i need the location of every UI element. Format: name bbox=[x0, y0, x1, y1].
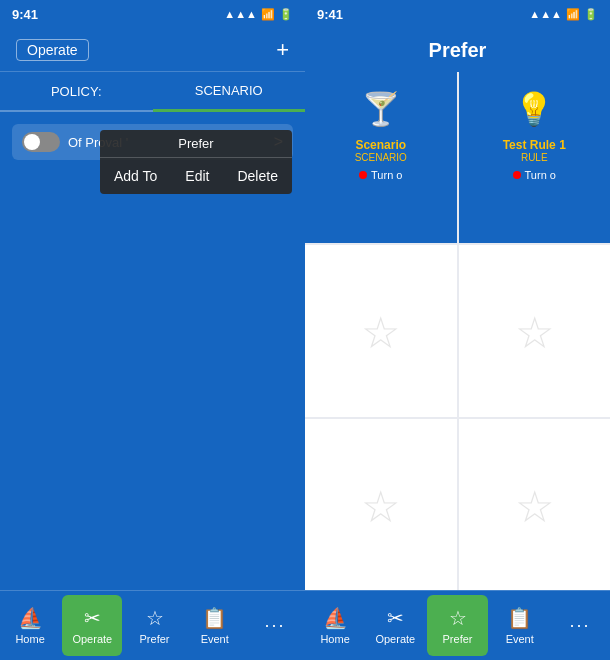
empty-star-icon-1: ☆ bbox=[515, 307, 554, 358]
tab-scenario[interactable]: SCENARIO bbox=[153, 72, 306, 112]
testrule-status-text: Turn o bbox=[525, 169, 556, 181]
nav-operate-label-right: Operate bbox=[375, 633, 415, 645]
right-signal-icon: ▲▲▲ bbox=[529, 8, 562, 20]
scenario-status: Turn o bbox=[359, 169, 402, 181]
scenario-icon: 🍸 bbox=[356, 84, 406, 134]
left-time: 9:41 bbox=[12, 7, 38, 22]
scenario-status-text: Turn o bbox=[371, 169, 402, 181]
home-icon-right: ⛵ bbox=[323, 606, 348, 630]
operate-icon-right: ✂ bbox=[387, 606, 404, 630]
left-panel: 9:41 ▲▲▲ 📶 🔋 Operate + POLICY: SCENARIO … bbox=[0, 0, 305, 660]
context-menu-items: Add To Edit Delete bbox=[100, 158, 292, 194]
tab-policy[interactable]: POLICY: bbox=[0, 72, 153, 110]
context-prefer-label: Prefer bbox=[100, 130, 292, 158]
scenario-type: SCENARIO bbox=[355, 152, 407, 163]
right-time: 9:41 bbox=[317, 7, 343, 22]
delete-button[interactable]: Delete bbox=[223, 158, 291, 194]
nav-home-right[interactable]: ⛵ Home bbox=[305, 591, 365, 660]
wifi-icon: 📶 bbox=[261, 8, 275, 21]
grid-cell-empty-3[interactable]: ☆ bbox=[459, 419, 611, 590]
testrule-status: Turn o bbox=[513, 169, 556, 181]
more-icon-left: ··· bbox=[264, 615, 285, 636]
more-icon-right: ··· bbox=[569, 615, 590, 636]
page-title: Prefer bbox=[429, 39, 487, 62]
scenario-name: Scenario bbox=[355, 138, 406, 152]
right-status-bar: 9:41 ▲▲▲ 📶 🔋 bbox=[305, 0, 610, 28]
left-status-icons: ▲▲▲ 📶 🔋 bbox=[224, 8, 293, 21]
right-panel: 9:41 ▲▲▲ 📶 🔋 Prefer 🍸 Scenario SCENARIO … bbox=[305, 0, 610, 660]
prefer-grid: 🍸 Scenario SCENARIO Turn o 💡 Test Rule 1… bbox=[305, 72, 610, 590]
grid-cell-empty-2[interactable]: ☆ bbox=[305, 419, 457, 590]
nav-operate-right[interactable]: ✂ Operate bbox=[365, 591, 425, 660]
event-icon-right: 📋 bbox=[507, 606, 532, 630]
testrule-type: RULE bbox=[521, 152, 548, 163]
nav-prefer-label-left: Prefer bbox=[140, 633, 170, 645]
home-icon-left: ⛵ bbox=[18, 606, 43, 630]
nav-home-label-left: Home bbox=[15, 633, 44, 645]
empty-star-icon-0: ☆ bbox=[361, 307, 400, 358]
testrule-status-dot bbox=[513, 171, 521, 179]
testrule-name: Test Rule 1 bbox=[503, 138, 566, 152]
operate-icon-left: ✂ bbox=[84, 606, 101, 630]
grid-cell-empty-0[interactable]: ☆ bbox=[305, 245, 457, 416]
empty-star-icon-2: ☆ bbox=[361, 481, 400, 532]
bottom-nav-left: ⛵ Home ✂ Operate ☆ Prefer 📋 Event ··· bbox=[0, 590, 305, 660]
bottom-nav-right: ⛵ Home ✂ Operate ☆ Prefer 📋 Event ··· bbox=[305, 590, 610, 660]
nav-operate-left[interactable]: ✂ Operate bbox=[62, 595, 122, 656]
right-wifi-icon: 📶 bbox=[566, 8, 580, 21]
left-status-bar: 9:41 ▲▲▲ 📶 🔋 bbox=[0, 0, 305, 28]
prefer-icon-right: ☆ bbox=[449, 606, 467, 630]
left-header: Operate + bbox=[0, 28, 305, 72]
grid-cell-empty-1[interactable]: ☆ bbox=[459, 245, 611, 416]
nav-home-label-right: Home bbox=[320, 633, 349, 645]
prefer-icon-left: ☆ bbox=[146, 606, 164, 630]
empty-star-icon-3: ☆ bbox=[515, 481, 554, 532]
nav-event-left[interactable]: 📋 Event bbox=[185, 591, 245, 660]
nav-more-right[interactable]: ··· bbox=[550, 591, 610, 660]
nav-prefer-label-right: Prefer bbox=[443, 633, 473, 645]
battery-icon: 🔋 bbox=[279, 8, 293, 21]
nav-event-label-left: Event bbox=[201, 633, 229, 645]
toggle-switch[interactable] bbox=[22, 132, 60, 152]
testrule-icon: 💡 bbox=[509, 84, 559, 134]
context-menu: Prefer Add To Edit Delete bbox=[100, 130, 292, 194]
signal-icon: ▲▲▲ bbox=[224, 8, 257, 20]
nav-home-left[interactable]: ⛵ Home bbox=[0, 591, 60, 660]
nav-operate-label-left: Operate bbox=[72, 633, 112, 645]
left-tabs: POLICY: SCENARIO bbox=[0, 72, 305, 112]
scenario-status-dot bbox=[359, 171, 367, 179]
right-battery-icon: 🔋 bbox=[584, 8, 598, 21]
add-button[interactable]: + bbox=[276, 37, 289, 63]
nav-more-left[interactable]: ··· bbox=[245, 591, 305, 660]
operate-label[interactable]: Operate bbox=[16, 39, 89, 61]
toggle-knob bbox=[24, 134, 40, 150]
right-header: Prefer bbox=[305, 28, 610, 72]
grid-cell-testrule[interactable]: 💡 Test Rule 1 RULE Turn o bbox=[459, 72, 611, 243]
right-status-icons: ▲▲▲ 📶 🔋 bbox=[529, 8, 598, 21]
add-to-button[interactable]: Add To bbox=[100, 158, 171, 194]
grid-cell-scenario[interactable]: 🍸 Scenario SCENARIO Turn o bbox=[305, 72, 457, 243]
event-icon-left: 📋 bbox=[202, 606, 227, 630]
nav-event-label-right: Event bbox=[506, 633, 534, 645]
nav-prefer-right[interactable]: ☆ Prefer bbox=[427, 595, 487, 656]
nav-event-right[interactable]: 📋 Event bbox=[490, 591, 550, 660]
edit-button[interactable]: Edit bbox=[171, 158, 223, 194]
nav-prefer-left[interactable]: ☆ Prefer bbox=[124, 591, 184, 660]
